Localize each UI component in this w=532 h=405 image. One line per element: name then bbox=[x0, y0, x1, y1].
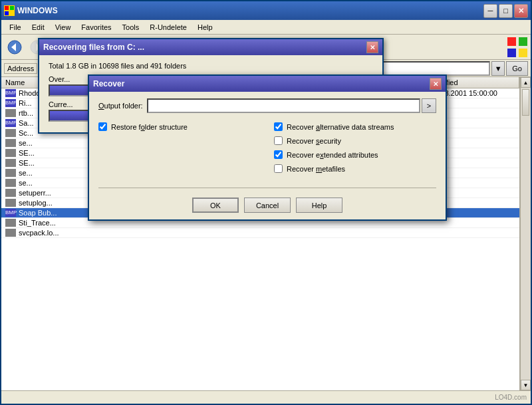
scrollbar-thumb[interactable] bbox=[522, 89, 529, 116]
restore-folder-structure-row: Restore folder structure bbox=[98, 122, 261, 131]
recover-dialog-title-bar: Recover ✕ bbox=[89, 76, 446, 92]
window-controls: ─ □ ✕ bbox=[483, 4, 528, 18]
go-button[interactable]: Go bbox=[506, 61, 528, 76]
svg-rect-3 bbox=[10, 11, 14, 15]
file-type-icon: BMP bbox=[5, 119, 16, 127]
menu-favorites[interactable]: Favorites bbox=[76, 22, 116, 33]
svg-rect-18 bbox=[507, 49, 516, 57]
file-name: svcpack.lo... bbox=[1, 228, 280, 237]
menu-tools[interactable]: Tools bbox=[117, 22, 145, 33]
scroll-down-button[interactable]: ▼ bbox=[521, 380, 531, 390]
recover-dialog-title: Recover bbox=[93, 79, 430, 88]
address-dropdown-button[interactable]: ▼ bbox=[491, 61, 505, 76]
maximize-button[interactable]: □ bbox=[499, 4, 513, 18]
menu-help[interactable]: Help bbox=[192, 22, 218, 33]
recover-security-checkbox[interactable] bbox=[274, 136, 283, 145]
close-button[interactable]: ✕ bbox=[514, 4, 528, 18]
dialog-separator bbox=[98, 188, 436, 188]
recover-alt-streams-checkbox[interactable] bbox=[274, 122, 283, 131]
ok-button[interactable]: OK bbox=[192, 198, 239, 213]
browse-button[interactable]: > bbox=[422, 98, 436, 113]
svg-rect-1 bbox=[10, 6, 14, 10]
file-type-icon bbox=[5, 189, 16, 197]
recover-alt-streams-label: Recover alternative data streams bbox=[287, 123, 394, 131]
cancel-button[interactable]: Cancel bbox=[244, 198, 291, 213]
recovering-dialog-title: Recovering files from C: ... bbox=[43, 43, 366, 52]
window-title: WINDOWS bbox=[17, 6, 483, 15]
restore-folder-structure-label: Restore folder structure bbox=[111, 123, 188, 131]
options-right: Recover alternative data streams Recover… bbox=[274, 122, 436, 178]
recover-extended-attributes-label: Recover extended attributes bbox=[287, 151, 378, 159]
window-icon bbox=[4, 5, 15, 16]
options-area: Restore folder structure Recover alterna… bbox=[89, 122, 446, 178]
output-folder-label: Output folder: bbox=[98, 102, 143, 110]
menu-bar: File Edit View Favorites Tools R-Undelet… bbox=[1, 20, 531, 35]
minimize-button[interactable]: ─ bbox=[483, 4, 497, 18]
svg-rect-17 bbox=[519, 37, 527, 46]
recover-metafiles-checkbox[interactable] bbox=[274, 164, 283, 173]
recovering-dialog-title-bar: Recovering files from C: ... ✕ bbox=[39, 39, 382, 55]
recover-extended-attributes-checkbox[interactable] bbox=[274, 150, 283, 159]
file-type-icon bbox=[5, 139, 16, 147]
file-type-icon: BMP bbox=[5, 89, 16, 97]
file-type-icon bbox=[5, 219, 16, 227]
file-type-icon bbox=[5, 149, 16, 157]
file-type-icon bbox=[5, 159, 16, 167]
help-button[interactable]: Help bbox=[296, 198, 342, 213]
menu-view[interactable]: View bbox=[50, 22, 76, 33]
recover-security-row: Recover security bbox=[274, 136, 436, 145]
file-type-icon bbox=[5, 169, 16, 177]
file-type-icon bbox=[5, 229, 16, 237]
restore-folder-structure-checkbox[interactable] bbox=[98, 122, 107, 131]
title-bar: WINDOWS ─ □ ✕ bbox=[1, 1, 531, 20]
file-type-icon bbox=[5, 129, 16, 137]
svg-rect-16 bbox=[507, 37, 516, 46]
output-folder-input[interactable] bbox=[147, 98, 420, 113]
windows-logo bbox=[507, 37, 528, 58]
scrollbar-vertical[interactable]: ▲ ▼ bbox=[520, 77, 531, 390]
menu-edit[interactable]: Edit bbox=[27, 22, 50, 33]
svg-rect-2 bbox=[5, 11, 9, 15]
options-left: Restore folder structure bbox=[98, 122, 261, 178]
svg-rect-19 bbox=[519, 49, 527, 57]
file-type-icon: BMP bbox=[5, 209, 16, 217]
output-folder-row: Output folder: > bbox=[89, 92, 446, 113]
recover-extended-attributes-row: Recover extended attributes bbox=[274, 150, 436, 159]
status-bar bbox=[1, 390, 531, 404]
recover-security-label: Recover security bbox=[287, 137, 341, 145]
file-type-icon bbox=[5, 179, 16, 187]
table-row[interactable]: svcpack.lo... bbox=[1, 228, 519, 238]
back-button[interactable] bbox=[4, 37, 25, 57]
file-type-icon bbox=[5, 109, 16, 117]
svg-rect-0 bbox=[5, 6, 9, 10]
scrollbar-track[interactable] bbox=[521, 88, 531, 380]
file-type-icon: BMP bbox=[5, 99, 16, 107]
recover-metafiles-label: Recover metafiles bbox=[287, 165, 345, 173]
recover-dialog: Recover ✕ Output folder: > Restore folde… bbox=[88, 74, 447, 221]
address-label: Address bbox=[4, 63, 37, 74]
watermark: LO4D.com bbox=[495, 394, 527, 401]
recover-alt-streams-row: Recover alternative data streams bbox=[274, 122, 436, 131]
scroll-up-button[interactable]: ▲ bbox=[521, 77, 531, 88]
recover-metafiles-row: Recover metafiles bbox=[274, 164, 436, 173]
menu-file[interactable]: File bbox=[4, 22, 27, 33]
recovering-info-text: Total 1.8 GB in 10698 files and 491 fold… bbox=[49, 62, 373, 70]
file-type-icon bbox=[5, 199, 16, 207]
menu-rundelete[interactable]: R-Undelete bbox=[144, 22, 192, 33]
main-window: WINDOWS ─ □ ✕ File Edit View Favorites T… bbox=[0, 0, 532, 405]
recover-dialog-close-button[interactable]: ✕ bbox=[430, 78, 442, 90]
recovering-dialog-close-button[interactable]: ✕ bbox=[366, 41, 378, 53]
dialog-buttons: OK Cancel Help bbox=[89, 192, 446, 219]
